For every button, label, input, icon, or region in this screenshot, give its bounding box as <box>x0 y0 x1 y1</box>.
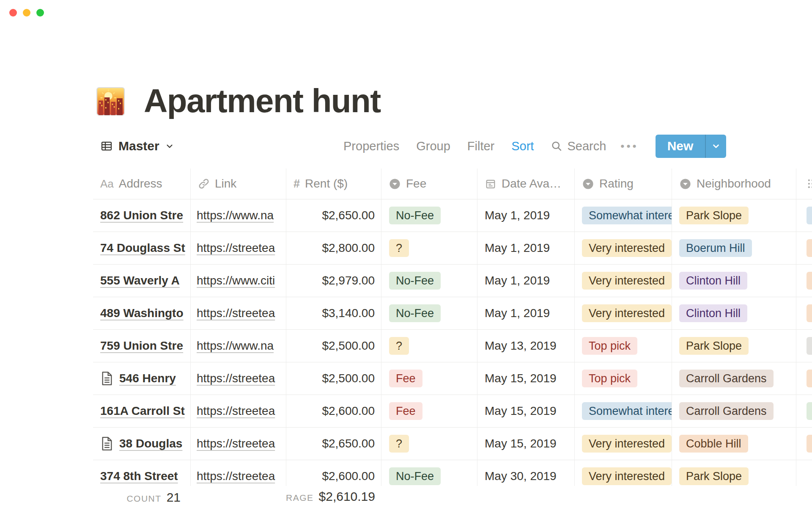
cell-neighborhood[interactable]: Carroll Gardens <box>672 362 796 395</box>
cell-link[interactable]: https://streetea <box>191 297 286 329</box>
cell-date-available[interactable]: May 30, 2019 <box>477 460 575 486</box>
link-text[interactable]: https://streetea <box>197 469 275 483</box>
link-text[interactable]: https://streetea <box>197 404 275 418</box>
link-text[interactable]: https://www.na <box>197 339 274 353</box>
cell-link[interactable]: https://streetea <box>191 460 286 486</box>
cell-rating[interactable]: Top pick <box>575 330 672 362</box>
cell-rating[interactable]: Very interested <box>575 232 672 264</box>
count-aggregate[interactable]: COUNT 21 <box>93 490 191 505</box>
zoom-window-button[interactable] <box>36 9 44 17</box>
cell-fee[interactable]: ? <box>381 330 477 362</box>
cell-rent[interactable]: $3,140.00 <box>286 297 381 329</box>
view-switcher-master[interactable]: Master <box>100 134 174 158</box>
cell-rating[interactable]: Top pick <box>575 362 672 395</box>
cell-date-available[interactable]: May 1, 2019 <box>477 297 575 329</box>
cell-rating[interactable]: Very interested <box>575 297 672 329</box>
cell-date-available[interactable]: May 15, 2019 <box>477 428 575 460</box>
cell-neighborhood[interactable]: Boerum Hill <box>672 232 796 264</box>
close-window-button[interactable] <box>9 9 17 17</box>
cell-fee[interactable]: ? <box>381 428 477 460</box>
cell-rent[interactable]: $2,500.00 <box>286 330 381 362</box>
cell-hidden-column[interactable] <box>796 199 812 232</box>
cell-rating[interactable]: Somewhat interested <box>575 199 672 232</box>
cell-neighborhood[interactable]: Cobble Hill <box>672 428 796 460</box>
cell-rating[interactable]: Very interested <box>575 428 672 460</box>
cell-hidden-column[interactable] <box>796 395 812 427</box>
cell-fee[interactable]: ? <box>381 232 477 264</box>
link-text[interactable]: https://www.na <box>197 209 274 222</box>
cell-link[interactable]: https://streetea <box>191 395 286 427</box>
cell-fee[interactable]: Fee <box>381 395 477 427</box>
cell-address[interactable]: 862 Union Stre <box>93 199 191 232</box>
cell-address[interactable]: 546 Henry <box>93 362 191 395</box>
filter-button[interactable]: Filter <box>467 139 494 153</box>
column-header-hidden[interactable] <box>796 168 812 199</box>
cell-fee[interactable]: No-Fee <box>381 265 477 297</box>
cell-address[interactable]: 374 8th Street <box>93 460 191 486</box>
cell-hidden-column[interactable] <box>796 297 812 329</box>
search-button[interactable]: Search <box>551 139 606 153</box>
cell-link[interactable]: https://www.na <box>191 199 286 232</box>
page-icon sunset-over-buildings-emoji[interactable] <box>96 87 125 116</box>
average-aggregate[interactable]: AVERAGE $2,610.19 <box>286 487 381 508</box>
cell-link[interactable]: https://streetea <box>191 232 286 264</box>
column-header-link[interactable]: Link <box>191 168 286 199</box>
cell-date-available[interactable]: May 1, 2019 <box>477 199 575 232</box>
cell-link[interactable]: https://www.na <box>191 330 286 362</box>
link-text[interactable]: https://streetea <box>197 241 275 255</box>
cell-date-available[interactable]: May 15, 2019 <box>477 362 575 395</box>
cell-rent[interactable]: $2,500.00 <box>286 362 381 395</box>
cell-address[interactable]: 489 Washingto <box>93 297 191 329</box>
cell-address[interactable]: 38 Douglas <box>93 428 191 460</box>
cell-neighborhood[interactable]: Park Slope <box>672 460 796 486</box>
cell-link[interactable]: https://streetea <box>191 428 286 460</box>
cell-rating[interactable]: Somewhat interested <box>575 395 672 427</box>
cell-address[interactable]: 759 Union Stre <box>93 330 191 362</box>
link-text[interactable]: https://streetea <box>197 437 275 450</box>
cell-hidden-column[interactable] <box>796 330 812 362</box>
cell-hidden-column[interactable] <box>796 232 812 264</box>
cell-date-available[interactable]: May 1, 2019 <box>477 232 575 264</box>
group-button[interactable]: Group <box>416 139 450 153</box>
cell-fee[interactable]: No-Fee <box>381 199 477 232</box>
cell-address[interactable]: 74 Douglass St <box>93 232 191 264</box>
cell-neighborhood[interactable]: Clinton Hill <box>672 265 796 297</box>
new-button[interactable]: New <box>656 135 705 158</box>
new-button-caret[interactable] <box>706 135 726 158</box>
cell-fee[interactable]: Fee <box>381 362 477 395</box>
cell-hidden-column[interactable] <box>796 362 812 395</box>
cell-date-available[interactable]: May 15, 2019 <box>477 395 575 427</box>
cell-date-available[interactable]: May 1, 2019 <box>477 265 575 297</box>
page-title[interactable]: Apartment hunt <box>144 84 381 119</box>
sort-button[interactable]: Sort <box>511 139 534 153</box>
cell-link[interactable]: https://www.citi <box>191 265 286 297</box>
cell-hidden-column[interactable] <box>796 460 812 486</box>
cell-rent[interactable]: $2,650.00 <box>286 199 381 232</box>
link-text[interactable]: https://streetea <box>197 372 275 385</box>
cell-rating[interactable]: Very interested <box>575 265 672 297</box>
column-header-rating[interactable]: Rating <box>575 168 672 199</box>
cell-neighborhood[interactable]: Park Slope <box>672 199 796 232</box>
cell-rent[interactable]: $2,600.00 <box>286 460 381 486</box>
minimize-window-button[interactable] <box>23 9 30 17</box>
link-text[interactable]: https://www.citi <box>197 274 275 287</box>
cell-neighborhood[interactable]: Carroll Gardens <box>672 395 796 427</box>
cell-rent[interactable]: $2,600.00 <box>286 395 381 427</box>
more-options-button[interactable]: ••• <box>620 140 638 153</box>
link-text[interactable]: https://streetea <box>197 306 275 320</box>
cell-rating[interactable]: Very interested <box>575 460 672 486</box>
column-header-neighborhood[interactable]: Neighborhood <box>672 168 796 199</box>
cell-fee[interactable]: No-Fee <box>381 297 477 329</box>
cell-fee[interactable]: No-Fee <box>381 460 477 486</box>
column-header-fee[interactable]: Fee <box>381 168 477 199</box>
column-header-rent[interactable]: #Rent ($) <box>286 168 381 199</box>
column-header-date[interactable]: Date Ava… <box>477 168 575 199</box>
cell-rent[interactable]: $2,800.00 <box>286 232 381 264</box>
column-header-address[interactable]: AaAddress <box>93 168 191 199</box>
cell-hidden-column[interactable] <box>796 265 812 297</box>
cell-link[interactable]: https://streetea <box>191 362 286 395</box>
cell-date-available[interactable]: May 13, 2019 <box>477 330 575 362</box>
cell-rent[interactable]: $2,979.00 <box>286 265 381 297</box>
properties-button[interactable]: Properties <box>343 139 399 153</box>
cell-hidden-column[interactable] <box>796 428 812 460</box>
